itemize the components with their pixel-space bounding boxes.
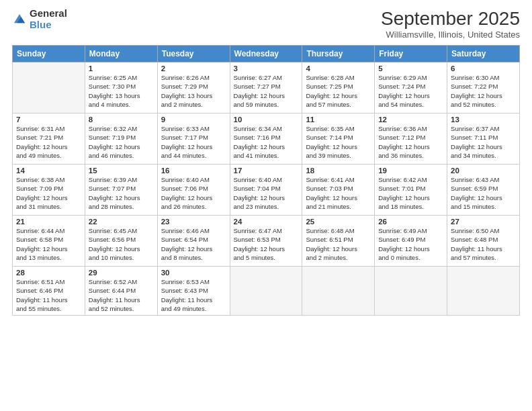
day-info: Sunrise: 6:32 AMSunset: 7:19 PMDaylight:… (89, 124, 154, 160)
day-info: Sunrise: 6:39 AMSunset: 7:07 PMDaylight:… (89, 175, 154, 211)
day-info: Sunrise: 6:25 AMSunset: 7:30 PMDaylight:… (89, 73, 154, 109)
day-info: Sunrise: 6:43 AMSunset: 6:59 PMDaylight:… (451, 175, 516, 211)
day-cell: 9Sunrise: 6:33 AMSunset: 7:17 PMDaylight… (157, 113, 230, 165)
title-block: September 2025 Williamsville, Illinois, … (381, 8, 520, 40)
month-title: September 2025 (381, 8, 520, 30)
day-number: 14 (16, 167, 81, 175)
day-number: 16 (161, 167, 226, 175)
logo-blue: Blue (30, 19, 67, 31)
day-info: Sunrise: 6:44 AMSunset: 6:58 PMDaylight:… (16, 226, 81, 262)
day-cell (13, 62, 85, 113)
week-row-4: 21Sunrise: 6:44 AMSunset: 6:58 PMDayligh… (13, 216, 520, 267)
logo-general: General (30, 8, 67, 19)
day-cell: 15Sunrise: 6:39 AMSunset: 7:07 PMDayligh… (85, 165, 157, 216)
day-info: Sunrise: 6:27 AMSunset: 7:27 PMDaylight:… (234, 73, 299, 109)
day-number: 11 (306, 116, 371, 124)
day-info: Sunrise: 6:47 AMSunset: 6:53 PMDaylight:… (234, 226, 299, 262)
day-number: 29 (89, 269, 154, 277)
week-row-1: 1Sunrise: 6:25 AMSunset: 7:30 PMDaylight… (13, 62, 520, 113)
week-row-2: 7Sunrise: 6:31 AMSunset: 7:21 PMDaylight… (13, 113, 520, 165)
day-info: Sunrise: 6:34 AMSunset: 7:16 PMDaylight:… (234, 124, 299, 160)
day-number: 9 (161, 116, 226, 124)
day-info: Sunrise: 6:38 AMSunset: 7:09 PMDaylight:… (16, 175, 81, 211)
header-saturday: Saturday (447, 46, 520, 62)
day-info: Sunrise: 6:31 AMSunset: 7:21 PMDaylight:… (16, 124, 81, 160)
day-cell: 4Sunrise: 6:28 AMSunset: 7:25 PMDaylight… (302, 62, 375, 113)
day-cell: 30Sunrise: 6:53 AMSunset: 6:43 PMDayligh… (157, 267, 230, 316)
header-tuesday: Tuesday (157, 46, 230, 62)
day-info: Sunrise: 6:46 AMSunset: 6:54 PMDaylight:… (161, 226, 226, 262)
day-info: Sunrise: 6:45 AMSunset: 6:56 PMDaylight:… (89, 226, 154, 262)
day-number: 10 (234, 116, 299, 124)
day-number: 22 (89, 218, 154, 226)
header: General Blue September 2025 Williamsvill… (12, 8, 520, 40)
day-info: Sunrise: 6:40 AMSunset: 7:06 PMDaylight:… (161, 175, 226, 211)
day-cell: 11Sunrise: 6:35 AMSunset: 7:14 PMDayligh… (302, 113, 375, 165)
logo: General Blue (12, 8, 67, 30)
day-info: Sunrise: 6:40 AMSunset: 7:04 PMDaylight:… (234, 175, 299, 211)
day-number: 17 (234, 167, 299, 175)
day-number: 3 (234, 64, 299, 73)
day-info: Sunrise: 6:29 AMSunset: 7:24 PMDaylight:… (378, 73, 443, 109)
day-cell: 18Sunrise: 6:41 AMSunset: 7:03 PMDayligh… (302, 165, 375, 216)
day-cell: 17Sunrise: 6:40 AMSunset: 7:04 PMDayligh… (230, 165, 302, 216)
day-cell: 25Sunrise: 6:48 AMSunset: 6:51 PMDayligh… (302, 216, 375, 267)
calendar-header-row: Sunday Monday Tuesday Wednesday Thursday… (13, 46, 520, 62)
day-cell (230, 267, 302, 316)
day-cell: 7Sunrise: 6:31 AMSunset: 7:21 PMDaylight… (13, 113, 85, 165)
day-number: 21 (16, 218, 81, 226)
day-info: Sunrise: 6:35 AMSunset: 7:14 PMDaylight:… (306, 124, 371, 160)
header-monday: Monday (85, 46, 157, 62)
day-number: 6 (451, 64, 516, 73)
day-cell: 21Sunrise: 6:44 AMSunset: 6:58 PMDayligh… (13, 216, 85, 267)
day-cell: 19Sunrise: 6:42 AMSunset: 7:01 PMDayligh… (375, 165, 447, 216)
day-info: Sunrise: 6:52 AMSunset: 6:44 PMDaylight:… (89, 277, 154, 313)
logo-icon (12, 12, 27, 27)
day-number: 13 (451, 116, 516, 124)
day-cell: 1Sunrise: 6:25 AMSunset: 7:30 PMDaylight… (85, 62, 157, 113)
calendar: Sunday Monday Tuesday Wednesday Thursday… (12, 45, 520, 316)
day-info: Sunrise: 6:37 AMSunset: 7:11 PMDaylight:… (451, 124, 516, 160)
day-number: 25 (306, 218, 371, 226)
week-row-3: 14Sunrise: 6:38 AMSunset: 7:09 PMDayligh… (13, 165, 520, 216)
day-cell: 13Sunrise: 6:37 AMSunset: 7:11 PMDayligh… (447, 113, 520, 165)
page: General Blue September 2025 Williamsvill… (0, 0, 532, 411)
day-number: 12 (378, 116, 443, 124)
day-number: 20 (451, 167, 516, 175)
day-info: Sunrise: 6:41 AMSunset: 7:03 PMDaylight:… (306, 175, 371, 211)
day-cell: 8Sunrise: 6:32 AMSunset: 7:19 PMDaylight… (85, 113, 157, 165)
day-info: Sunrise: 6:36 AMSunset: 7:12 PMDaylight:… (378, 124, 443, 160)
day-info: Sunrise: 6:48 AMSunset: 6:51 PMDaylight:… (306, 226, 371, 262)
day-cell (375, 267, 447, 316)
day-number: 24 (234, 218, 299, 226)
day-number: 1 (89, 64, 154, 73)
day-cell: 3Sunrise: 6:27 AMSunset: 7:27 PMDaylight… (230, 62, 302, 113)
day-cell: 16Sunrise: 6:40 AMSunset: 7:06 PMDayligh… (157, 165, 230, 216)
day-number: 4 (306, 64, 371, 73)
day-cell: 14Sunrise: 6:38 AMSunset: 7:09 PMDayligh… (13, 165, 85, 216)
day-cell: 23Sunrise: 6:46 AMSunset: 6:54 PMDayligh… (157, 216, 230, 267)
day-number: 15 (89, 167, 154, 175)
day-info: Sunrise: 6:50 AMSunset: 6:48 PMDaylight:… (451, 226, 516, 262)
day-info: Sunrise: 6:28 AMSunset: 7:25 PMDaylight:… (306, 73, 371, 109)
day-cell: 6Sunrise: 6:30 AMSunset: 7:22 PMDaylight… (447, 62, 520, 113)
day-number: 23 (161, 218, 226, 226)
day-info: Sunrise: 6:51 AMSunset: 6:46 PMDaylight:… (16, 277, 81, 313)
day-number: 7 (16, 116, 81, 124)
header-thursday: Thursday (302, 46, 375, 62)
day-cell: 12Sunrise: 6:36 AMSunset: 7:12 PMDayligh… (375, 113, 447, 165)
day-info: Sunrise: 6:42 AMSunset: 7:01 PMDaylight:… (378, 175, 443, 211)
day-number: 28 (16, 269, 81, 277)
day-cell (302, 267, 375, 316)
location: Williamsville, Illinois, United States (381, 30, 520, 40)
day-number: 18 (306, 167, 371, 175)
logo-text: General Blue (30, 8, 67, 30)
day-number: 8 (89, 116, 154, 124)
day-info: Sunrise: 6:53 AMSunset: 6:43 PMDaylight:… (161, 277, 226, 313)
day-number: 2 (161, 64, 226, 73)
day-info: Sunrise: 6:26 AMSunset: 7:29 PMDaylight:… (161, 73, 226, 109)
day-cell: 28Sunrise: 6:51 AMSunset: 6:46 PMDayligh… (13, 267, 85, 316)
day-cell (447, 267, 520, 316)
day-cell: 2Sunrise: 6:26 AMSunset: 7:29 PMDaylight… (157, 62, 230, 113)
day-cell: 22Sunrise: 6:45 AMSunset: 6:56 PMDayligh… (85, 216, 157, 267)
